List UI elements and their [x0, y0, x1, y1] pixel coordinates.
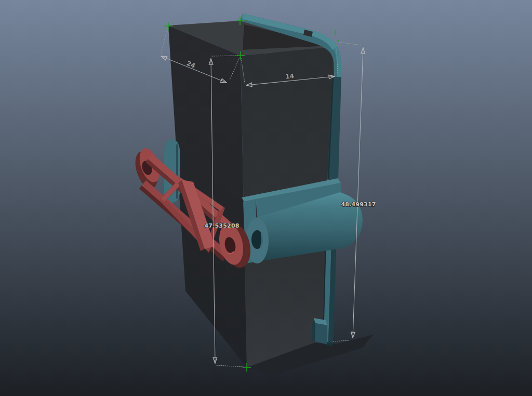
dim-label-47[interactable]: 47.535208 [204, 222, 239, 229]
viewport-canvas[interactable]: 24 14 47.535208 48.499317 [0, 0, 532, 396]
snap-dot-shell-corner [337, 39, 339, 41]
dim-label-48[interactable]: 48.499317 [341, 201, 376, 208]
shell-foot-side[interactable] [312, 321, 315, 342]
shell-foot-front[interactable] [315, 323, 327, 344]
3d-viewport[interactable]: 24 14 47.535208 48.499317 [0, 0, 532, 396]
dim-label-14[interactable]: 14 [285, 72, 295, 81]
